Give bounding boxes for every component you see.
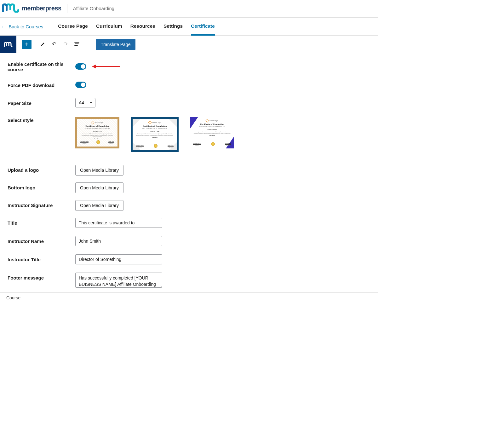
enable-certificate-toggle[interactable] [75, 63, 86, 70]
pencil-icon [40, 41, 46, 48]
back-to-courses-link[interactable]: ← Back to Courses [0, 18, 47, 35]
upload-logo-button[interactable]: Open Media Library [75, 165, 123, 176]
certificate-form: Enable certificate on this course Force … [0, 53, 378, 289]
breadcrumb: Affiliate Onboarding [73, 6, 114, 11]
cert-preview-blue: BrandLogo Certificate of Completion THIS… [190, 117, 234, 148]
logo-block: memberpress [2, 3, 67, 14]
row-force-pdf: Force PDF download [8, 82, 370, 88]
memberpress-logo-icon [2, 3, 19, 14]
top-header: memberpress Affiliate Onboarding [0, 0, 378, 18]
force-pdf-toggle[interactable] [75, 82, 86, 88]
redo-icon [62, 41, 69, 48]
nav-row: ← Back to Courses Course Page Curriculum… [0, 18, 378, 36]
tab-course-page[interactable]: Course Page [58, 18, 88, 35]
style-option-2[interactable]: BrandLogo Certificate of Completion THIS… [131, 117, 179, 152]
row-instructor-signature: Instructor Signature Open Media Library [8, 200, 370, 211]
redo-button [60, 39, 71, 50]
tab-resources[interactable]: Resources [130, 18, 155, 35]
plus-icon: + [25, 41, 29, 48]
edit-button[interactable] [37, 39, 49, 50]
footer-text: Course [6, 295, 20, 300]
paper-size-label: Paper Size [8, 100, 75, 106]
style-option-3[interactable]: BrandLogo Certificate of Completion THIS… [190, 117, 234, 152]
annotation-arrow-icon [91, 64, 122, 69]
add-block-button[interactable]: + [22, 40, 32, 49]
logo-text: memberpress [22, 5, 61, 12]
undo-button[interactable] [49, 39, 60, 50]
upload-logo-label: Upload a logo [8, 165, 75, 173]
signature-label: Instructor Signature [8, 200, 75, 208]
signature-button[interactable]: Open Media Library [75, 200, 123, 211]
enable-certificate-label: Enable certificate on this course [8, 61, 75, 72]
undo-icon [51, 41, 57, 48]
row-enable-certificate: Enable certificate on this course [8, 61, 370, 72]
svg-marker-1 [92, 65, 96, 68]
select-style-label: Select style [8, 117, 75, 123]
page-footer: Course [0, 292, 378, 303]
cert-preview-grey: BrandLogo Certificate of Completion THIS… [133, 119, 177, 150]
paper-size-select[interactable]: A4 [75, 98, 95, 107]
row-bottom-logo: Bottom logo Open Media Library [8, 182, 370, 193]
editor-toolbar: + Translate Page [0, 36, 378, 53]
footer-message-label: Footer message [8, 273, 75, 280]
tab-settings[interactable]: Settings [163, 18, 183, 35]
instructor-name-label: Instructor Name [8, 236, 75, 244]
style-option-1[interactable]: BrandLogo Certificate of Completion THIS… [75, 117, 119, 152]
bottom-logo-label: Bottom logo [8, 182, 75, 190]
back-link-label: Back to Courses [9, 24, 43, 29]
row-title: Title [8, 218, 370, 228]
tab-certificate[interactable]: Certificate [191, 18, 215, 35]
row-instructor-name: Instructor Name [8, 236, 370, 246]
instructor-name-input[interactable] [75, 236, 162, 246]
instructor-title-input[interactable] [75, 254, 162, 264]
translate-page-button[interactable]: Translate Page [96, 39, 135, 50]
document-overview-button[interactable] [71, 39, 83, 50]
cert-preview-ornate: BrandLogo Certificate of Completion THIS… [75, 117, 119, 148]
row-instructor-title: Instructor Title [8, 254, 370, 264]
instructor-title-label: Instructor Title [8, 254, 75, 262]
footer-message-input[interactable] [75, 273, 162, 288]
style-options: BrandLogo Certificate of Completion THIS… [75, 117, 370, 152]
row-paper-size: Paper Size A4 [8, 98, 370, 107]
divider [67, 4, 67, 13]
row-select-style: Select style BrandLogo Certificate of Co… [8, 117, 370, 152]
tab-curriculum[interactable]: Curriculum [96, 18, 122, 35]
tabs: Course Page Curriculum Resources Setting… [58, 18, 215, 35]
list-icon [74, 41, 80, 48]
divider [52, 21, 52, 32]
force-pdf-label: Force PDF download [8, 82, 75, 88]
toolbar-actions: + Translate Page [16, 39, 135, 50]
row-footer-message: Footer message [8, 273, 370, 289]
mp-square-logo-icon[interactable] [0, 36, 16, 53]
row-upload-logo: Upload a logo Open Media Library [8, 165, 370, 176]
title-label: Title [8, 218, 75, 226]
bottom-logo-button[interactable]: Open Media Library [75, 182, 123, 193]
arrow-left-icon: ← [1, 24, 6, 29]
title-input[interactable] [75, 218, 162, 228]
